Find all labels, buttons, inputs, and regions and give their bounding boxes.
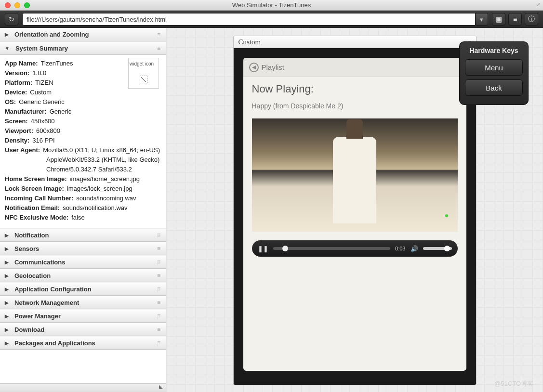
media-controls: ❚❚ 0:03 🔊 [252, 240, 458, 257]
playback-time: 0:03 [395, 246, 405, 251]
system-summary-body: widget icon App Name:TizenTunes Version:… [0, 55, 166, 228]
chevron-right-icon: ▶ [5, 273, 9, 278]
drag-handle-icon: ≡ [157, 232, 161, 238]
reload-button[interactable]: ↻ [5, 13, 18, 26]
drag-handle-icon: ≡ [157, 259, 161, 265]
drag-handle-icon: ≡ [157, 313, 161, 319]
window-title: Web Simulator - TizenTunes [0, 1, 543, 9]
hardware-menu-button[interactable]: Menu [465, 59, 523, 76]
volume-slider[interactable] [423, 247, 452, 250]
info-button[interactable]: ⓘ [525, 13, 538, 26]
section-label: Application Configuration [14, 286, 92, 293]
chevron-right-icon: ▶ [5, 300, 9, 305]
section-communications[interactable]: ▶ Communications ≡ [0, 255, 166, 269]
drag-handle-icon: ≡ [157, 340, 161, 346]
chevron-right-icon: ▶ [5, 340, 9, 346]
drag-handle-icon: ≡ [157, 299, 161, 306]
section-label: System Summary [15, 45, 68, 52]
chevron-right-icon: ▶ [5, 260, 9, 265]
close-window-button[interactable] [5, 2, 11, 8]
sidebar: ▶ Orientation and Zooming ≡ ▼ System Sum… [0, 28, 166, 392]
chevron-right-icon: ▶ [5, 233, 9, 238]
drag-handle-icon: ≡ [157, 286, 161, 292]
track-title: Happy (from Despicable Me 2) [252, 102, 458, 110]
section-system-summary[interactable]: ▼ System Summary ≡ [0, 41, 166, 55]
section-packages-applications[interactable]: ▶ Packages and Applications ≡ [0, 336, 166, 350]
zoom-window-button[interactable] [24, 2, 30, 8]
sidebar-resize-handle[interactable]: ◣ [0, 383, 166, 392]
drag-handle-icon: ≡ [157, 245, 161, 252]
section-sensors[interactable]: ▶ Sensors ≡ [0, 242, 166, 255]
hardware-back-button[interactable]: Back [465, 79, 523, 96]
section-network-management[interactable]: ▶ Network Management ≡ [0, 296, 166, 309]
section-label: Packages and Applications [14, 340, 95, 347]
broken-image-icon [140, 76, 147, 83]
volume-icon[interactable]: 🔊 [411, 245, 418, 252]
back-button-label[interactable]: Playlist [262, 63, 285, 71]
now-playing-heading: Now Playing: [252, 83, 458, 95]
watermark-text: @51CTO博客 [494, 379, 533, 388]
chevron-right-icon: ▶ [5, 314, 9, 319]
drag-handle-icon: ≡ [157, 31, 161, 38]
pause-button[interactable]: ❚❚ [258, 245, 268, 252]
device-frame: ◀ Playlist Now Playing: Happy (from Desp… [233, 48, 477, 385]
section-label: Power Manager [14, 313, 61, 320]
section-label: Download [14, 326, 44, 333]
expand-icon[interactable]: ⤢ [536, 2, 540, 7]
url-history-dropdown[interactable]: ▾ [476, 13, 488, 26]
url-input[interactable] [22, 13, 476, 26]
section-geolocation[interactable]: ▶ Geolocation ≡ [0, 269, 166, 282]
chevron-right-icon: ▶ [5, 246, 9, 251]
device-profile-label: Custom [238, 38, 261, 46]
drag-handle-icon: ≡ [157, 326, 161, 333]
section-orientation-zooming[interactable]: ▶ Orientation and Zooming ≡ [0, 28, 166, 41]
minimize-window-button[interactable] [14, 2, 20, 8]
user-agent-line2: AppleWebKit/533.2 (KHTML, like Gecko) [5, 155, 161, 165]
toolbar: ↻ ▾ ▣ ≡ ⓘ [0, 11, 543, 28]
panel-toggle-button[interactable]: ▣ [492, 13, 505, 26]
section-power-manager[interactable]: ▶ Power Manager ≡ [0, 309, 166, 323]
hardware-keys-panel: Hardware Keys Menu Back [459, 41, 529, 105]
drag-handle-icon: ≡ [157, 272, 161, 279]
section-label: Geolocation [14, 272, 51, 279]
section-label: Notification [14, 232, 49, 239]
chevron-right-icon: ▶ [5, 327, 9, 332]
widget-icon-placeholder: widget icon [128, 58, 159, 89]
section-application-config[interactable]: ▶ Application Configuration ≡ [0, 282, 166, 296]
section-download[interactable]: ▶ Download ≡ [0, 323, 166, 336]
video-player[interactable] [252, 118, 458, 232]
user-agent-line3: Chrome/5.0.342.7 Safari/533.2 [5, 165, 161, 174]
section-label: Orientation and Zooming [14, 31, 89, 38]
simulator-canvas: Custom ≡ ◀ Playlist Now Playing: Happy (… [166, 28, 543, 392]
hardware-keys-title: Hardware Keys [464, 47, 523, 54]
section-label: Communications [14, 259, 65, 266]
chevron-right-icon: ▶ [5, 32, 9, 37]
chevron-down-icon: ▼ [5, 46, 10, 51]
app-header: ◀ Playlist [243, 58, 466, 77]
device-config-dropdown[interactable]: Custom ≡ [233, 36, 477, 48]
menu-button[interactable]: ≡ [508, 13, 522, 26]
drag-handle-icon: ≡ [157, 45, 161, 52]
back-arrow-icon[interactable]: ◀ [249, 63, 259, 72]
section-notification[interactable]: ▶ Notification ≡ [0, 228, 166, 242]
section-label: Network Management [14, 299, 79, 306]
section-label: Sensors [14, 245, 39, 252]
seek-slider[interactable] [273, 247, 391, 250]
chevron-right-icon: ▶ [5, 287, 9, 292]
window-titlebar: Web Simulator - TizenTunes ⤢ [0, 0, 543, 11]
device-screen: ◀ Playlist Now Playing: Happy (from Desp… [243, 58, 466, 371]
